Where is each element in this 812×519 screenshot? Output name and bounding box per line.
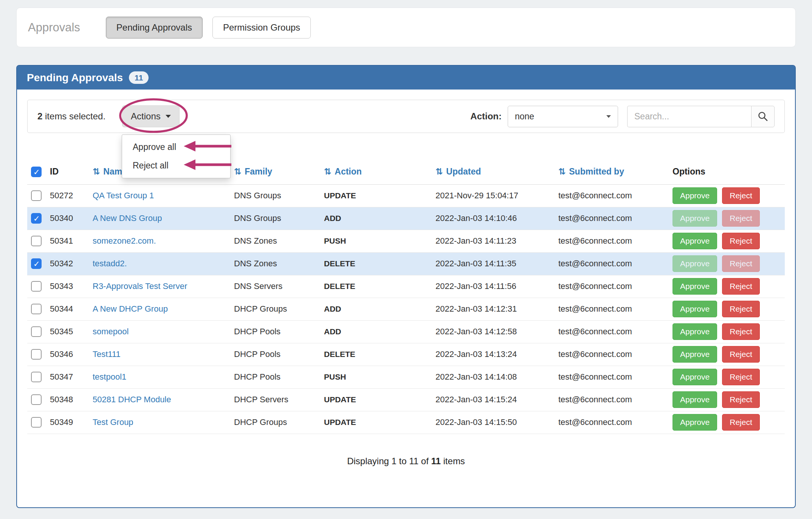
row-checkbox[interactable] [31,349,42,360]
cell-family: DNS Servers [230,275,320,298]
select-all-checkbox[interactable] [31,167,42,177]
reject-button[interactable]: Reject [722,391,760,408]
row-checkbox[interactable] [31,304,42,314]
approve-button[interactable]: Approve [673,346,717,363]
cell-family: DHCP Groups [230,298,320,320]
cell-updated: 2021-Nov-29 15:04:17 [432,184,555,207]
table-row-50340: 50340A New DNS GroupDNS GroupsADD2022-Ja… [27,207,785,230]
row-name-link[interactable]: Test111 [93,349,121,359]
cell-id: 50349 [46,411,89,434]
reject-button[interactable]: Reject [722,278,760,295]
row-checkbox[interactable] [31,281,42,292]
column-header-id: ID [46,159,89,184]
cell-id: 50340 [46,207,89,230]
tab-pending-approvals[interactable]: Pending Approvals [106,17,203,39]
column-header-label: ID [50,167,59,176]
row-checkbox[interactable] [31,236,42,246]
cell-options: ApproveReject [669,275,785,298]
approve-button[interactable]: Approve [673,233,717,249]
column-header-label: Family [245,167,272,176]
reject-button[interactable]: Reject [722,210,760,227]
row-checkbox[interactable] [31,372,42,382]
column-header-submitted-by[interactable]: ⇅Submitted by [555,159,669,184]
reject-button[interactable]: Reject [722,369,760,385]
reject-button[interactable]: Reject [722,414,760,431]
tab-permission-groups[interactable]: Permission Groups [212,17,311,39]
sort-icon: ⇅ [558,167,566,176]
row-name-link[interactable]: testpool1 [93,372,126,382]
header-bar: Approvals Pending Approvals Permission G… [16,8,796,47]
approve-button[interactable]: Approve [673,210,717,227]
row-name-link[interactable]: 50281 DHCP Module [93,395,171,404]
approve-button[interactable]: Approve [673,414,717,431]
count-badge: 11 [129,71,149,84]
cell-id: 50343 [46,275,89,298]
reject-button[interactable]: Reject [722,323,760,340]
cell-checkbox [27,207,46,230]
search-button[interactable] [751,106,775,127]
cell-submitted-by: test@6connect.com [555,230,669,252]
cell-family: DNS Zones [230,230,320,252]
approve-button[interactable]: Approve [673,187,717,204]
search-input[interactable] [627,106,751,127]
table-row-50341: 50341somezone2.com.DNS ZonesPUSH2022-Jan… [27,230,785,252]
cell-family: DNS Zones [230,252,320,275]
dropdown-item-reject-all[interactable]: Reject all [122,156,230,175]
action-select[interactable]: none [508,106,618,127]
row-name-link[interactable]: somepool [93,327,129,336]
cell-submitted-by: test@6connect.com [555,184,669,207]
approve-button[interactable]: Approve [673,255,717,272]
dropdown-item-approve-all[interactable]: Approve all [122,138,230,156]
cell-name: somepool [89,320,230,343]
cell-options: ApproveReject [669,298,785,320]
row-name-link[interactable]: A New DHCP Group [93,304,168,314]
toolbar-left: 2 items selected. Actions [37,105,180,127]
row-name-link[interactable]: QA Test Group 1 [93,191,154,200]
cell-updated: 2022-Jan-03 14:12:31 [432,298,555,320]
cell-id: 50344 [46,298,89,320]
cell-action: ADD [320,207,432,230]
row-name-link[interactable]: A New DNS Group [93,213,162,223]
row-checkbox[interactable] [31,190,42,201]
row-name-link[interactable]: R3-Approvals Test Server [93,281,187,291]
approve-button[interactable]: Approve [673,391,717,408]
actions-dropdown-button[interactable]: Actions [122,105,180,127]
cell-updated: 2022-Jan-03 14:11:23 [432,230,555,252]
approve-button[interactable]: Approve [673,301,717,317]
approve-button[interactable]: Approve [673,323,717,340]
cell-submitted-by: test@6connect.com [555,252,669,275]
cell-updated: 2022-Jan-03 14:10:46 [432,207,555,230]
column-header-family[interactable]: ⇅Family [230,159,320,184]
search-icon [758,111,768,122]
cell-options: ApproveReject [669,366,785,388]
row-checkbox[interactable] [31,394,42,405]
caret-down-icon [606,115,611,118]
row-checkbox[interactable] [31,326,42,337]
cell-submitted-by: test@6connect.com [555,320,669,343]
approve-button[interactable]: Approve [673,369,717,385]
pending-approvals-panel: Pending Approvals 11 2 items selected. A… [16,65,796,508]
toolbar-right: Action: none [470,106,775,127]
cell-checkbox [27,366,46,388]
pagination-summary: Displaying 1 to 11 of 11 items [27,456,785,466]
selected-text: items selected. [42,111,105,121]
table-row-50272: 50272QA Test Group 1DNS GroupsUPDATE2021… [27,184,785,207]
row-checkbox[interactable] [31,213,42,224]
search-group [627,106,775,127]
approve-button[interactable]: Approve [673,278,717,295]
cell-options: ApproveReject [669,411,785,434]
reject-button[interactable]: Reject [722,255,760,272]
column-header-updated[interactable]: ⇅Updated [432,159,555,184]
reject-button[interactable]: Reject [722,346,760,363]
row-checkbox[interactable] [31,258,42,269]
row-checkbox[interactable] [31,417,42,428]
row-name-link[interactable]: testadd2. [93,259,127,268]
column-header-action[interactable]: ⇅Action [320,159,432,184]
reject-button[interactable]: Reject [722,233,760,249]
reject-button[interactable]: Reject [722,187,760,204]
row-name-link[interactable]: Test Group [93,417,133,427]
cell-checkbox [27,320,46,343]
cell-updated: 2022-Jan-03 14:11:35 [432,252,555,275]
reject-button[interactable]: Reject [722,301,760,317]
row-name-link[interactable]: somezone2.com. [93,236,156,246]
